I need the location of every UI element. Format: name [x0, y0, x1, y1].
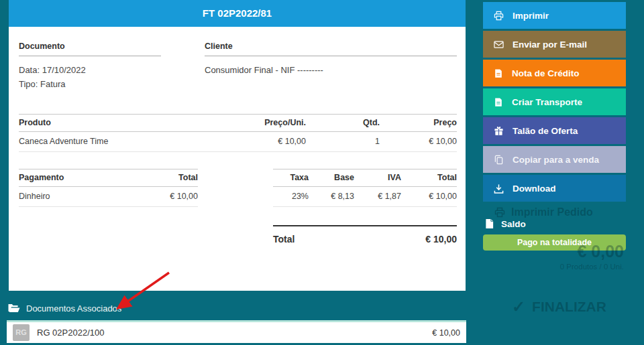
ghost-products-count: 0 Produtos / 0 Uni. [523, 263, 624, 271]
printer-icon [494, 207, 505, 218]
document-section-label: Documento [19, 42, 161, 56]
document-client-section: Documento Data: 17/10/2022 Tipo: Fatura … [19, 42, 457, 91]
payment-row: Dinheiro € 10,00 [19, 187, 198, 207]
product-unit-price: € 10,00 [207, 137, 306, 146]
saldo-row: Saldo [484, 218, 526, 229]
document-icon [494, 97, 503, 107]
criar-transporte-label: Criar Transporte [512, 97, 582, 107]
associated-doc-name: RG 02P2022/100 [37, 328, 104, 338]
col-tax-rate: Taxa [273, 173, 309, 182]
document-column: Documento Data: 17/10/2022 Tipo: Fatura [19, 42, 161, 91]
copy-icon [494, 155, 504, 165]
tax-base: € 8,13 [309, 192, 354, 201]
tax-vat: € 1,87 [354, 192, 401, 201]
download-icon [494, 184, 504, 194]
product-row: Caneca Adventure Time € 10,00 1 € 10,00 [19, 132, 457, 152]
gift-icon [494, 126, 504, 136]
talao-oferta-button[interactable]: Talão de Oferta [483, 117, 626, 144]
saldo-label: Saldo [501, 219, 526, 229]
col-payment-total: Total [138, 173, 198, 182]
associated-doc-amount: € 10,00 [432, 328, 460, 338]
col-payment: Pagamento [19, 173, 138, 182]
tax-table: Taxa Base IVA Total 23% € 8,13 € 1,87 € … [273, 169, 457, 207]
copiar-para-venda-button[interactable]: Copiar para a venda [483, 146, 626, 173]
open-folder-icon [8, 303, 20, 314]
criar-transporte-button[interactable]: Criar Transporte [483, 88, 626, 115]
ghost-finalizar: ✓ FINALIZAR [512, 297, 606, 316]
nota-credito-label: Nota de Crédito [512, 68, 580, 78]
tax-total: € 10,00 [401, 192, 457, 201]
ghost-imprimir-pedido: Imprimir Pedido [494, 206, 593, 218]
imprimir-label: Imprimir [513, 11, 549, 21]
payment-amount: € 10,00 [138, 192, 198, 201]
payment-table-header: Pagamento Total [19, 169, 198, 187]
payment-table: Pagamento Total Dinheiro € 10,00 [19, 169, 198, 207]
col-tax-base: Base [309, 173, 354, 182]
copiar-para-venda-label: Copiar para a venda [513, 155, 599, 165]
col-price: Preço [380, 118, 457, 127]
tax-rate: 23% [273, 192, 309, 201]
nota-credito-button[interactable]: Nota de Crédito [483, 60, 626, 86]
client-section-label: Cliente [205, 42, 457, 56]
tax-table-header: Taxa Base IVA Total [273, 169, 457, 187]
col-unit-price: Preço/Uni. [207, 118, 306, 127]
products-table-header: Produto Preço/Uni. Qtd. Preço [19, 114, 457, 132]
grand-total-value: € 10,00 [425, 234, 457, 245]
col-product: Produto [19, 118, 207, 127]
grand-total-label: Total [273, 234, 294, 245]
download-button[interactable]: Download [483, 175, 626, 202]
paid-status-badge: Pago na totalidade [483, 234, 626, 251]
download-label: Download [513, 184, 556, 194]
associated-document-row[interactable]: RG RG 02P2022/100 € 10,00 [7, 320, 466, 343]
document-icon [494, 68, 503, 78]
file-icon [484, 218, 494, 229]
payment-method: Dinheiro [19, 192, 138, 201]
client-name: Consumidor Final - NIF --------- [205, 63, 457, 77]
imprimir-button[interactable]: Imprimir [483, 2, 626, 29]
action-sidebar: Imprimir Enviar por E-mail Nota de Crédi… [483, 2, 626, 204]
printer-icon [494, 11, 504, 21]
talao-oferta-label: Talão de Oferta [513, 126, 578, 136]
envelope-icon [494, 40, 504, 50]
documentos-associados-label: Documentos Associados [26, 303, 121, 314]
document-type: Tipo: Fatura [19, 77, 161, 91]
document-date: Data: 17/10/2022 [19, 63, 161, 77]
col-tax-vat: IVA [354, 173, 401, 182]
col-qty: Qtd. [306, 118, 380, 127]
doc-type-badge: RG [13, 324, 30, 341]
check-icon: ✓ [512, 297, 525, 316]
invoice-title: FT 02P2022/81 [9, 0, 466, 27]
grand-total: Total € 10,00 [273, 225, 457, 245]
enviar-email-label: Enviar por E-mail [513, 40, 587, 50]
invoice-card: FT 02P2022/81 Documento Data: 17/10/2022… [9, 0, 466, 291]
product-qty: 1 [306, 137, 380, 146]
invoice-body: Documento Data: 17/10/2022 Tipo: Fatura … [9, 27, 466, 291]
client-column: Cliente Consumidor Final - NIF --------- [205, 42, 457, 91]
products-table: Produto Preço/Uni. Qtd. Preço Caneca Adv… [19, 114, 457, 152]
enviar-email-button[interactable]: Enviar por E-mail [483, 31, 626, 58]
tax-row: 23% € 8,13 € 1,87 € 10,00 [273, 187, 457, 207]
product-price: € 10,00 [380, 137, 457, 146]
documentos-associados-section[interactable]: Documentos Associados [8, 303, 121, 314]
product-name: Caneca Adventure Time [19, 137, 207, 146]
col-tax-total: Total [401, 173, 457, 182]
